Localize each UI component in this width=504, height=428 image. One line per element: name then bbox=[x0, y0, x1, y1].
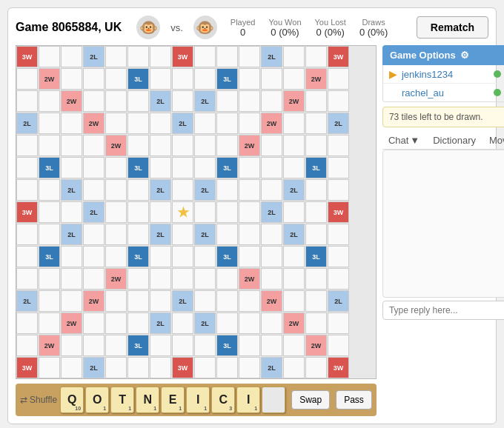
board-cell[interactable]: 2W bbox=[305, 68, 327, 90]
board-cell[interactable]: 3L bbox=[127, 157, 149, 178]
board-cell[interactable] bbox=[150, 357, 171, 378]
board-cell[interactable]: 3L bbox=[127, 246, 149, 267]
board-cell[interactable] bbox=[194, 335, 216, 356]
board-cell[interactable]: 3W bbox=[328, 201, 349, 223]
rematch-button[interactable]: Rematch bbox=[417, 16, 488, 39]
board-cell[interactable] bbox=[305, 90, 327, 112]
board-cell[interactable] bbox=[216, 179, 238, 201]
board-cell[interactable] bbox=[328, 335, 349, 356]
board-cell[interactable] bbox=[239, 335, 260, 356]
board-cell[interactable] bbox=[39, 135, 60, 156]
board-cell[interactable] bbox=[239, 46, 260, 67]
board-cell[interactable] bbox=[39, 179, 60, 201]
board-cell[interactable] bbox=[150, 68, 171, 90]
board-cell[interactable]: 2L bbox=[283, 224, 305, 245]
board-cell[interactable] bbox=[239, 290, 260, 312]
board-cell[interactable]: 2W bbox=[239, 268, 260, 290]
rack-tile[interactable]: C3 bbox=[211, 387, 235, 413]
board-cell[interactable] bbox=[127, 290, 149, 312]
board-cell[interactable]: 3L bbox=[305, 246, 327, 267]
board-cell[interactable] bbox=[16, 157, 38, 178]
swap-button[interactable]: Swap bbox=[291, 390, 330, 409]
board-cell[interactable] bbox=[39, 46, 60, 67]
chat-input[interactable] bbox=[382, 301, 504, 320]
board-cell[interactable] bbox=[261, 68, 282, 90]
board-cell[interactable] bbox=[83, 179, 105, 201]
board-cell[interactable] bbox=[172, 179, 193, 201]
board-cell[interactable] bbox=[83, 246, 105, 267]
board-cell[interactable] bbox=[39, 224, 60, 245]
rack-tile[interactable]: Q10 bbox=[60, 387, 84, 413]
board-cell[interactable]: 2L bbox=[150, 90, 171, 112]
board-cell[interactable]: 2W bbox=[305, 335, 327, 356]
board-cell[interactable] bbox=[194, 157, 216, 178]
board-cell[interactable] bbox=[172, 157, 193, 178]
board-cell[interactable] bbox=[39, 90, 60, 112]
board-cell[interactable] bbox=[61, 46, 82, 67]
board-cell[interactable]: 3L bbox=[216, 335, 238, 356]
board-cell[interactable] bbox=[216, 312, 238, 334]
board-cell[interactable] bbox=[194, 113, 216, 134]
board-cell[interactable] bbox=[127, 135, 149, 156]
board-cell[interactable] bbox=[105, 224, 127, 245]
board-cell[interactable] bbox=[328, 90, 349, 112]
board-cell[interactable] bbox=[127, 224, 149, 245]
board-cell[interactable] bbox=[261, 135, 282, 156]
board-cell[interactable] bbox=[105, 46, 127, 67]
board-cell[interactable]: 3W bbox=[172, 357, 193, 378]
board-cell[interactable]: 2W bbox=[261, 290, 282, 312]
board-cell[interactable] bbox=[194, 46, 216, 67]
board-cell[interactable] bbox=[83, 268, 105, 290]
board-cell[interactable] bbox=[105, 68, 127, 90]
board-cell[interactable]: 2W bbox=[283, 90, 305, 112]
board-cell[interactable]: 2L bbox=[261, 46, 282, 67]
board-cell[interactable] bbox=[239, 357, 260, 378]
board-cell[interactable] bbox=[261, 312, 282, 334]
board-cell[interactable] bbox=[261, 90, 282, 112]
board-cell[interactable]: 2L bbox=[261, 201, 282, 223]
board-cell[interactable] bbox=[283, 113, 305, 134]
board-cell[interactable] bbox=[105, 179, 127, 201]
board-cell[interactable] bbox=[328, 135, 349, 156]
board-cell[interactable]: 3L bbox=[39, 157, 60, 178]
board-cell[interactable] bbox=[283, 268, 305, 290]
board-cell[interactable]: 2W bbox=[83, 113, 105, 134]
board-cell[interactable] bbox=[216, 290, 238, 312]
board-cell[interactable] bbox=[328, 68, 349, 90]
board-cell[interactable] bbox=[194, 357, 216, 378]
board-cell[interactable] bbox=[305, 46, 327, 67]
pass-button[interactable]: Pass bbox=[336, 390, 372, 409]
rack-tile[interactable]: N1 bbox=[136, 387, 159, 413]
board-cell[interactable] bbox=[283, 335, 305, 356]
board-cell[interactable] bbox=[283, 290, 305, 312]
board-cell[interactable] bbox=[105, 157, 127, 178]
board-cell[interactable] bbox=[127, 312, 149, 334]
board-cell[interactable] bbox=[305, 179, 327, 201]
shuffle-button[interactable]: ⇄ Shuffle bbox=[20, 395, 57, 405]
board-cell[interactable] bbox=[305, 201, 327, 223]
board-cell[interactable] bbox=[127, 46, 149, 67]
board-cell[interactable]: 2L bbox=[150, 312, 171, 334]
moves-tab[interactable]: Moves bbox=[483, 132, 504, 149]
board-cell[interactable] bbox=[216, 357, 238, 378]
board-cell[interactable]: 2W bbox=[105, 135, 127, 156]
rack-tile[interactable] bbox=[262, 387, 285, 413]
board-cell[interactable]: 3L bbox=[127, 68, 149, 90]
board-cell[interactable] bbox=[239, 179, 260, 201]
board-cell[interactable] bbox=[239, 224, 260, 245]
dictionary-tab[interactable]: Dictionary bbox=[427, 132, 482, 149]
board-cell[interactable]: 2L bbox=[283, 179, 305, 201]
board-cell[interactable] bbox=[16, 312, 38, 334]
board-cell[interactable] bbox=[305, 224, 327, 245]
board-cell[interactable] bbox=[105, 113, 127, 134]
board-cell[interactable] bbox=[261, 224, 282, 245]
board-cell[interactable] bbox=[283, 68, 305, 90]
board-cell[interactable] bbox=[172, 135, 193, 156]
board-cell[interactable] bbox=[328, 179, 349, 201]
board-cell[interactable] bbox=[127, 268, 149, 290]
board-cell[interactable] bbox=[16, 135, 38, 156]
board-cell[interactable]: 2W bbox=[239, 135, 260, 156]
board-cell[interactable]: 3L bbox=[216, 246, 238, 267]
board-cell[interactable] bbox=[194, 246, 216, 267]
board-cell[interactable] bbox=[239, 312, 260, 334]
